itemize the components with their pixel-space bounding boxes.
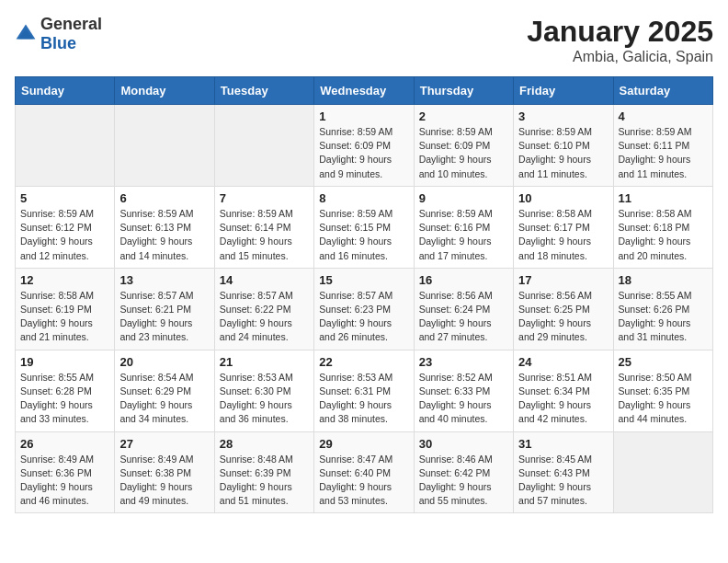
cell-w3d6: 25 Sunrise: 8:50 AMSunset: 6:35 PMDaylig… (613, 350, 712, 431)
page-subtitle: Ambia, Galicia, Spain (527, 49, 713, 65)
cell-w4d6 (613, 431, 712, 513)
cell-w3d5: 24 Sunrise: 8:51 AMSunset: 6:34 PMDaylig… (514, 350, 613, 431)
day-detail: Sunrise: 8:56 AMSunset: 6:25 PMDaylight:… (518, 290, 592, 343)
day-detail: Sunrise: 8:59 AMSunset: 6:16 PMDaylight:… (419, 208, 493, 261)
calendar-body: 1 Sunrise: 8:59 AMSunset: 6:09 PMDayligh… (16, 105, 713, 513)
header-thursday: Thursday (414, 77, 513, 105)
day-number: 15 (319, 273, 408, 287)
day-number: 29 (319, 437, 408, 451)
day-number: 21 (220, 355, 309, 369)
cell-w1d5: 10 Sunrise: 8:58 AMSunset: 6:17 PMDaylig… (514, 186, 613, 268)
day-detail: Sunrise: 8:59 AMSunset: 6:11 PMDaylight:… (619, 126, 692, 179)
cell-w2d2: 14 Sunrise: 8:57 AMSunset: 6:22 PMDaylig… (214, 268, 313, 350)
cell-w0d2 (214, 105, 313, 187)
day-number: 28 (220, 437, 309, 451)
day-detail: Sunrise: 8:57 AMSunset: 6:23 PMDaylight:… (319, 290, 392, 343)
cell-w1d4: 9 Sunrise: 8:59 AMSunset: 6:16 PMDayligh… (414, 186, 513, 268)
logo-blue: Blue (40, 34, 76, 52)
day-number: 26 (20, 437, 109, 451)
header-row: Sunday Monday Tuesday Wednesday Thursday… (16, 77, 713, 105)
day-number: 20 (119, 355, 209, 369)
cell-w2d1: 13 Sunrise: 8:57 AMSunset: 6:21 PMDaylig… (115, 268, 214, 350)
day-detail: Sunrise: 8:55 AMSunset: 6:28 PMDaylight:… (20, 372, 94, 425)
cell-w3d4: 23 Sunrise: 8:52 AMSunset: 6:33 PMDaylig… (414, 350, 513, 431)
day-number: 3 (518, 109, 608, 123)
day-number: 18 (619, 273, 708, 287)
day-detail: Sunrise: 8:58 AMSunset: 6:18 PMDaylight:… (619, 208, 692, 261)
logo-icon (15, 23, 37, 45)
cell-w2d3: 15 Sunrise: 8:57 AMSunset: 6:23 PMDaylig… (314, 268, 414, 350)
cell-w0d6: 4 Sunrise: 8:59 AMSunset: 6:11 PMDayligh… (613, 105, 712, 187)
day-detail: Sunrise: 8:51 AMSunset: 6:34 PMDaylight:… (518, 372, 592, 425)
cell-w3d2: 21 Sunrise: 8:53 AMSunset: 6:30 PMDaylig… (214, 350, 313, 431)
cell-w1d2: 7 Sunrise: 8:59 AMSunset: 6:14 PMDayligh… (214, 186, 313, 268)
day-number: 30 (419, 437, 508, 451)
cell-w4d1: 27 Sunrise: 8:49 AMSunset: 6:38 PMDaylig… (115, 431, 214, 513)
cell-w2d0: 12 Sunrise: 8:58 AMSunset: 6:19 PMDaylig… (16, 268, 115, 350)
cell-w4d2: 28 Sunrise: 8:48 AMSunset: 6:39 PMDaylig… (214, 431, 313, 513)
day-detail: Sunrise: 8:59 AMSunset: 6:15 PMDaylight:… (319, 208, 392, 261)
week-row-3: 19 Sunrise: 8:55 AMSunset: 6:28 PMDaylig… (16, 350, 713, 431)
day-number: 9 (419, 191, 508, 205)
day-detail: Sunrise: 8:47 AMSunset: 6:40 PMDaylight:… (319, 454, 392, 507)
day-detail: Sunrise: 8:50 AMSunset: 6:35 PMDaylight:… (619, 372, 692, 425)
page-title: January 2025 (527, 15, 713, 49)
day-detail: Sunrise: 8:53 AMSunset: 6:30 PMDaylight:… (220, 372, 293, 425)
cell-w2d6: 18 Sunrise: 8:55 AMSunset: 6:26 PMDaylig… (613, 268, 712, 350)
header-monday: Monday (115, 77, 214, 105)
day-number: 14 (220, 273, 309, 287)
day-number: 22 (319, 355, 408, 369)
cell-w4d5: 31 Sunrise: 8:45 AMSunset: 6:43 PMDaylig… (514, 431, 613, 513)
day-detail: Sunrise: 8:58 AMSunset: 6:19 PMDaylight:… (20, 290, 94, 343)
day-number: 27 (119, 437, 209, 451)
day-number: 6 (119, 191, 209, 205)
week-row-0: 1 Sunrise: 8:59 AMSunset: 6:09 PMDayligh… (16, 105, 713, 187)
day-number: 10 (518, 191, 608, 205)
cell-w1d1: 6 Sunrise: 8:59 AMSunset: 6:13 PMDayligh… (115, 186, 214, 268)
header-friday: Friday (514, 77, 613, 105)
day-detail: Sunrise: 8:55 AMSunset: 6:26 PMDaylight:… (619, 290, 692, 343)
calendar-header: Sunday Monday Tuesday Wednesday Thursday… (16, 77, 713, 105)
day-detail: Sunrise: 8:45 AMSunset: 6:43 PMDaylight:… (518, 454, 592, 507)
calendar-table: Sunday Monday Tuesday Wednesday Thursday… (15, 76, 713, 513)
day-number: 12 (20, 273, 109, 287)
day-detail: Sunrise: 8:57 AMSunset: 6:21 PMDaylight:… (119, 290, 193, 343)
cell-w0d0 (16, 105, 115, 187)
day-number: 7 (220, 191, 309, 205)
day-detail: Sunrise: 8:49 AMSunset: 6:36 PMDaylight:… (20, 454, 94, 507)
day-number: 23 (419, 355, 508, 369)
day-number: 17 (518, 273, 608, 287)
day-detail: Sunrise: 8:48 AMSunset: 6:39 PMDaylight:… (220, 454, 293, 507)
cell-w4d3: 29 Sunrise: 8:47 AMSunset: 6:40 PMDaylig… (314, 431, 414, 513)
cell-w0d5: 3 Sunrise: 8:59 AMSunset: 6:10 PMDayligh… (514, 105, 613, 187)
day-number: 8 (319, 191, 408, 205)
day-number: 25 (619, 355, 708, 369)
day-number: 1 (319, 109, 408, 123)
cell-w3d1: 20 Sunrise: 8:54 AMSunset: 6:29 PMDaylig… (115, 350, 214, 431)
day-number: 4 (619, 109, 708, 123)
header-saturday: Saturday (613, 77, 712, 105)
week-row-2: 12 Sunrise: 8:58 AMSunset: 6:19 PMDaylig… (16, 268, 713, 350)
day-detail: Sunrise: 8:46 AMSunset: 6:42 PMDaylight:… (419, 454, 493, 507)
day-number: 24 (518, 355, 608, 369)
day-detail: Sunrise: 8:59 AMSunset: 6:12 PMDaylight:… (20, 208, 94, 261)
title-area: January 2025 Ambia, Galicia, Spain (527, 15, 713, 65)
cell-w2d5: 17 Sunrise: 8:56 AMSunset: 6:25 PMDaylig… (514, 268, 613, 350)
day-detail: Sunrise: 8:54 AMSunset: 6:29 PMDaylight:… (119, 372, 193, 425)
logo-general: General (40, 15, 102, 33)
day-detail: Sunrise: 8:56 AMSunset: 6:24 PMDaylight:… (419, 290, 493, 343)
day-detail: Sunrise: 8:59 AMSunset: 6:09 PMDaylight:… (419, 126, 493, 179)
day-number: 16 (419, 273, 508, 287)
day-detail: Sunrise: 8:59 AMSunset: 6:14 PMDaylight:… (220, 208, 293, 261)
cell-w1d3: 8 Sunrise: 8:59 AMSunset: 6:15 PMDayligh… (314, 186, 414, 268)
header-wednesday: Wednesday (314, 77, 414, 105)
day-number: 19 (20, 355, 109, 369)
day-number: 5 (20, 191, 109, 205)
cell-w4d4: 30 Sunrise: 8:46 AMSunset: 6:42 PMDaylig… (414, 431, 513, 513)
week-row-4: 26 Sunrise: 8:49 AMSunset: 6:36 PMDaylig… (16, 431, 713, 513)
cell-w3d0: 19 Sunrise: 8:55 AMSunset: 6:28 PMDaylig… (16, 350, 115, 431)
cell-w0d1 (115, 105, 214, 187)
header-tuesday: Tuesday (214, 77, 313, 105)
cell-w1d6: 11 Sunrise: 8:58 AMSunset: 6:18 PMDaylig… (613, 186, 712, 268)
day-detail: Sunrise: 8:57 AMSunset: 6:22 PMDaylight:… (220, 290, 293, 343)
